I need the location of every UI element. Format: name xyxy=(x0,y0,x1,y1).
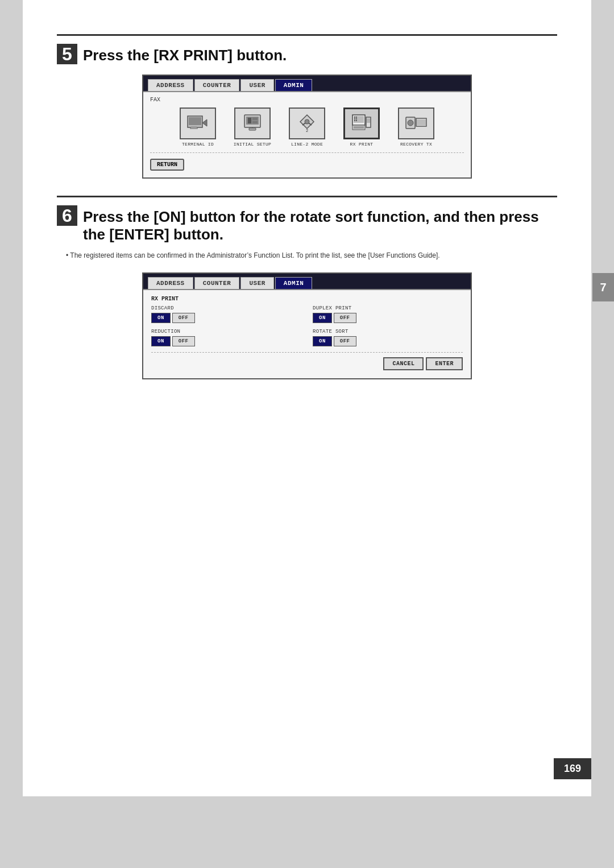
settings-grid: DISCARD ON OFF DUPLEX PRINT ON OFF xyxy=(151,305,463,346)
tab2-address[interactable]: ADDRESS xyxy=(148,277,193,289)
list-item: RECOVERY TX xyxy=(393,108,439,147)
step6-screen: ADDRESS COUNTER USER ADMIN RX PRINT DISC… xyxy=(142,272,472,379)
step6-screen-body: RX PRINT DISCARD ON OFF DUPLEX PRINT ON … xyxy=(143,289,471,378)
svg-rect-23 xyxy=(354,120,355,121)
tab-counter[interactable]: COUNTER xyxy=(194,79,240,91)
svg-rect-24 xyxy=(356,120,357,121)
svg-point-15 xyxy=(305,119,309,124)
step6-number: 6 xyxy=(57,205,77,226)
bottom-buttons: CANCEL ENTER xyxy=(151,352,463,370)
svg-rect-1 xyxy=(189,117,201,125)
list-item: 2 LINE-2 MODE xyxy=(284,108,330,147)
svg-text:2: 2 xyxy=(306,129,308,133)
rotate-sort-group: ROTATE SORT ON OFF xyxy=(313,329,463,346)
step5-screen-label: FAX xyxy=(150,97,464,103)
svg-rect-22 xyxy=(356,118,357,119)
reduction-label: REDUCTION xyxy=(151,329,301,334)
line2-mode-label: LINE-2 MODE xyxy=(291,142,323,147)
rx-print-title: RX PRINT xyxy=(151,296,463,302)
discard-group: DISCARD ON OFF xyxy=(151,305,301,323)
step5-number: 5 xyxy=(57,44,77,64)
discard-label: DISCARD xyxy=(151,305,301,311)
reduction-toggle-row: ON OFF xyxy=(151,336,301,346)
svg-rect-19 xyxy=(354,117,355,118)
step6-bullet: The registered items can be confirmed in… xyxy=(66,250,557,261)
step5-screen: ADDRESS COUNTER USER ADMIN FAX xyxy=(142,75,472,179)
terminal-id-icon-box[interactable] xyxy=(180,108,216,139)
tab2-counter[interactable]: COUNTER xyxy=(194,277,240,289)
svg-rect-20 xyxy=(356,117,357,118)
tab-user[interactable]: USER xyxy=(240,79,273,91)
tab2-user[interactable]: USER xyxy=(240,277,273,289)
chapter-tab: 7 xyxy=(592,273,614,301)
duplex-off-button[interactable]: OFF xyxy=(334,313,356,323)
reduction-on-button[interactable]: ON xyxy=(151,336,171,346)
recovery-tx-label: RECOVERY TX xyxy=(400,142,432,147)
return-button[interactable]: RETURN xyxy=(150,159,184,171)
tab2-admin[interactable]: ADMIN xyxy=(275,277,313,289)
recovery-tx-icon-box[interactable] xyxy=(398,108,434,139)
svg-point-33 xyxy=(408,120,413,126)
initial-setup-label: INITIAL SETUP xyxy=(234,142,271,147)
tab-address[interactable]: ADDRESS xyxy=(148,79,193,91)
reduction-group: REDUCTION ON OFF xyxy=(151,329,301,346)
rotate-sort-label: ROTATE SORT xyxy=(313,329,463,334)
svg-rect-8 xyxy=(252,118,258,120)
rx-print-icon-box[interactable] xyxy=(343,108,380,139)
step6-tabs: ADDRESS COUNTER USER ADMIN xyxy=(143,274,471,289)
list-item: RX PRINT xyxy=(339,108,384,147)
rx-print-label: RX PRINT xyxy=(350,142,374,147)
list-item: TERMINAL ID xyxy=(175,108,221,147)
svg-rect-7 xyxy=(248,118,251,123)
enter-button[interactable]: ENTER xyxy=(426,357,463,370)
svg-rect-9 xyxy=(252,121,258,123)
cancel-button[interactable]: CANCEL xyxy=(383,357,424,370)
terminal-id-icon xyxy=(185,113,210,134)
step6-header: 6 Press the [ON] button for the rotate s… xyxy=(57,196,557,243)
step5-header: 5 Press the [RX PRINT] button. xyxy=(57,34,557,64)
svg-marker-4 xyxy=(202,119,207,126)
line2-mode-icon-box[interactable]: 2 xyxy=(289,108,325,139)
svg-rect-21 xyxy=(354,118,355,119)
step5-tabs: ADDRESS COUNTER USER ADMIN xyxy=(143,76,471,91)
discard-toggle-row: ON OFF xyxy=(151,313,301,323)
reduction-off-button[interactable]: OFF xyxy=(172,336,195,346)
duplex-print-label: DUPLEX PRINT xyxy=(313,305,463,311)
tab-admin[interactable]: ADMIN xyxy=(275,79,313,91)
discard-on-button[interactable]: ON xyxy=(151,313,171,323)
divider xyxy=(150,152,464,153)
duplex-toggle-row: ON OFF xyxy=(313,313,463,323)
rx-print-icon xyxy=(349,113,374,134)
step5-icon-grid: TERMINAL ID xyxy=(150,108,464,147)
svg-rect-10 xyxy=(249,128,256,130)
step6-title: Press the [ON] button for the rotate sor… xyxy=(83,208,557,243)
line2-mode-icon: 2 xyxy=(294,113,320,134)
page-number: 169 xyxy=(554,758,591,779)
step5-title: Press the [RX PRINT] button. xyxy=(83,47,287,64)
svg-rect-26 xyxy=(354,126,364,129)
rotate-sort-on-button[interactable]: ON xyxy=(313,336,332,346)
terminal-id-label: TERMINAL ID xyxy=(182,142,214,147)
step5-screen-body: FAX TERMINAL ID xyxy=(143,91,471,177)
duplex-print-group: DUPLEX PRINT ON OFF xyxy=(313,305,463,323)
initial-setup-icon xyxy=(240,113,265,134)
svg-rect-2 xyxy=(191,126,197,128)
recovery-tx-icon xyxy=(404,113,429,134)
svg-rect-3 xyxy=(190,128,198,129)
rotate-sort-toggle-row: ON OFF xyxy=(313,336,463,346)
duplex-on-button[interactable]: ON xyxy=(313,313,332,323)
rotate-sort-off-button[interactable]: OFF xyxy=(334,336,356,346)
list-item: INITIAL SETUP xyxy=(230,108,275,147)
discard-off-button[interactable]: OFF xyxy=(172,313,195,323)
initial-setup-icon-box[interactable] xyxy=(234,108,271,139)
